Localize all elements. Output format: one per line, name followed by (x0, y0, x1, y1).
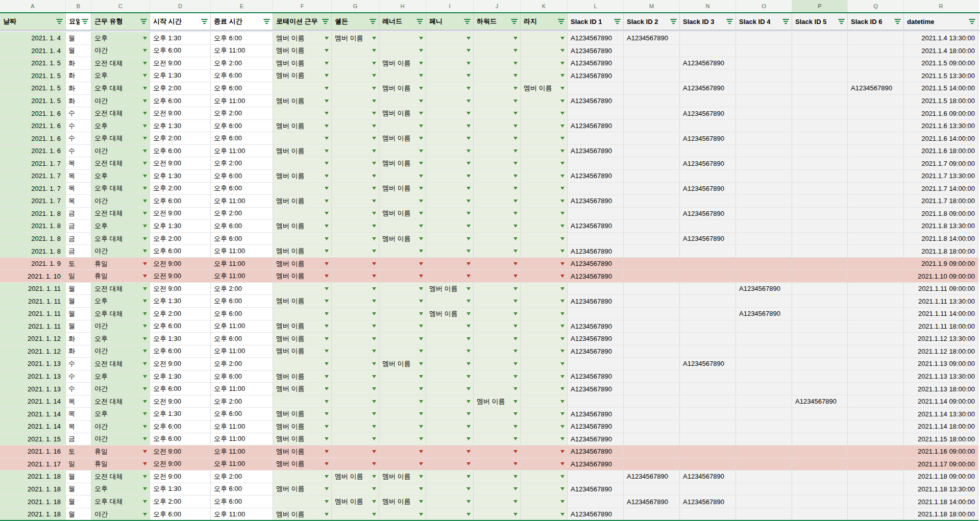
cell-G26[interactable] (332, 333, 379, 345)
cell-H40[interactable] (379, 508, 426, 521)
cell-R39[interactable]: 2021.1.18 14:00:00 (904, 495, 978, 508)
cell-N32[interactable] (680, 408, 736, 420)
dropdown-arrow-icon[interactable] (419, 362, 423, 365)
dropdown-arrow-icon[interactable] (325, 125, 329, 128)
cell-M39[interactable]: A1234567890 (624, 495, 680, 508)
cell-K27[interactable] (521, 345, 568, 358)
cell-A16[interactable]: 2021. 1. 8 (0, 208, 66, 220)
cell-I12[interactable] (426, 157, 474, 170)
cell-G15[interactable] (332, 195, 379, 208)
cell-F16[interactable] (273, 208, 332, 220)
cell-E26[interactable]: 오후 6:00 (211, 333, 273, 345)
cell-E21[interactable]: 오후 11:00 (211, 270, 273, 283)
cell-K11[interactable] (521, 145, 568, 158)
cell-O30[interactable] (736, 383, 792, 395)
cell-H7[interactable] (379, 95, 426, 108)
dropdown-arrow-icon[interactable] (372, 312, 376, 315)
cell-N14[interactable]: A1234567890 (680, 183, 736, 195)
dropdown-arrow-icon[interactable] (513, 137, 518, 140)
cell-H4[interactable]: 멤버 이름 (379, 57, 426, 70)
cell-Q21[interactable] (848, 270, 904, 283)
cell-N2[interactable] (680, 32, 736, 45)
cell-E32[interactable]: 오후 6:00 (211, 408, 273, 420)
cell-E9[interactable]: 오후 6:00 (211, 120, 273, 133)
cell-B7[interactable]: 화 (66, 95, 91, 108)
dropdown-arrow-icon[interactable] (560, 49, 565, 52)
cell-F19[interactable]: 멤버 이름 (273, 245, 332, 258)
dropdown-arrow-icon[interactable] (419, 350, 423, 353)
cell-L6[interactable] (568, 82, 624, 95)
cell-J3[interactable] (474, 45, 521, 58)
cell-K36[interactable] (521, 458, 568, 471)
cell-I10[interactable] (426, 132, 474, 145)
cell-A17[interactable]: 2021. 1. 8 (0, 220, 66, 233)
dropdown-arrow-icon[interactable] (513, 62, 518, 65)
dropdown-arrow-icon[interactable] (372, 137, 376, 140)
cell-C3[interactable]: 야간 (91, 45, 150, 58)
cell-L32[interactable]: A1234567890 (568, 408, 624, 420)
cell-Q4[interactable] (848, 57, 904, 70)
dropdown-arrow-icon[interactable] (372, 175, 376, 178)
dropdown-arrow-icon[interactable] (325, 212, 329, 215)
filter-icon[interactable] (557, 18, 565, 24)
cell-K2[interactable] (521, 32, 568, 45)
cell-I25[interactable] (426, 320, 474, 333)
cell-G8[interactable] (332, 107, 379, 120)
cell-F30[interactable]: 멤버 이름 (273, 383, 332, 395)
cell-A36[interactable]: 2021. 1. 17 (0, 458, 66, 471)
dropdown-arrow-icon[interactable] (143, 225, 147, 228)
dropdown-arrow-icon[interactable] (325, 200, 329, 203)
dropdown-arrow-icon[interactable] (513, 162, 518, 165)
cell-L29[interactable]: A1234567890 (568, 370, 624, 383)
dropdown-arrow-icon[interactable] (560, 275, 565, 278)
cell-C17[interactable]: 오후 (91, 220, 150, 233)
cell-L17[interactable]: A1234567890 (568, 220, 624, 233)
dropdown-arrow-icon[interactable] (560, 487, 565, 490)
cell-M23[interactable] (624, 295, 680, 308)
cell-K12[interactable] (521, 157, 568, 170)
cell-J34[interactable] (474, 433, 521, 446)
dropdown-arrow-icon[interactable] (513, 212, 518, 215)
cell-B23[interactable]: 월 (66, 295, 91, 308)
cell-R14[interactable]: 2021.1.7 14:00:00 (904, 183, 978, 195)
cell-O12[interactable] (736, 157, 792, 170)
cell-Q17[interactable] (848, 220, 904, 233)
cell-H30[interactable] (379, 383, 426, 395)
cell-Q13[interactable] (848, 170, 904, 183)
dropdown-arrow-icon[interactable] (143, 462, 147, 465)
cell-B6[interactable]: 화 (66, 82, 91, 95)
cell-P24[interactable] (792, 308, 848, 320)
cell-P13[interactable] (792, 170, 848, 183)
cell-A39[interactable]: 2021. 1. 18 (0, 495, 66, 508)
column-letter-N[interactable]: N (680, 0, 736, 12)
dropdown-arrow-icon[interactable] (143, 49, 147, 52)
cell-N40[interactable] (680, 508, 736, 521)
cell-B32[interactable]: 목 (66, 408, 91, 420)
cell-K16[interactable] (521, 208, 568, 220)
cell-R32[interactable]: 2021.1.14 13:30:00 (904, 408, 978, 420)
cell-F33[interactable]: 멤버 이름 (273, 420, 332, 433)
cell-L21[interactable]: A1234567890 (568, 270, 624, 283)
filter-icon[interactable] (201, 18, 208, 24)
dropdown-arrow-icon[interactable] (467, 462, 471, 465)
cell-L26[interactable]: A1234567890 (568, 333, 624, 345)
dropdown-arrow-icon[interactable] (325, 74, 329, 77)
cell-G14[interactable] (332, 183, 379, 195)
cell-C16[interactable]: 오전 대체 (91, 208, 150, 220)
cell-I38[interactable] (426, 483, 474, 496)
dropdown-arrow-icon[interactable] (143, 250, 147, 253)
cell-G10[interactable] (332, 132, 379, 145)
cell-M35[interactable] (624, 445, 680, 458)
dropdown-arrow-icon[interactable] (325, 137, 329, 140)
cell-F6[interactable] (273, 82, 332, 95)
cell-H25[interactable] (379, 320, 426, 333)
dropdown-arrow-icon[interactable] (325, 100, 329, 103)
dropdown-arrow-icon[interactable] (372, 225, 376, 228)
cell-R3[interactable]: 2021.1.4 18:00:00 (904, 45, 978, 58)
cell-O14[interactable] (736, 183, 792, 195)
dropdown-arrow-icon[interactable] (419, 287, 423, 290)
cell-A21[interactable]: 2021. 1. 10 (0, 270, 66, 283)
cell-P26[interactable] (792, 333, 848, 345)
cell-E31[interactable]: 오후 2:00 (211, 395, 273, 408)
cell-E35[interactable]: 오후 11:00 (211, 445, 273, 458)
